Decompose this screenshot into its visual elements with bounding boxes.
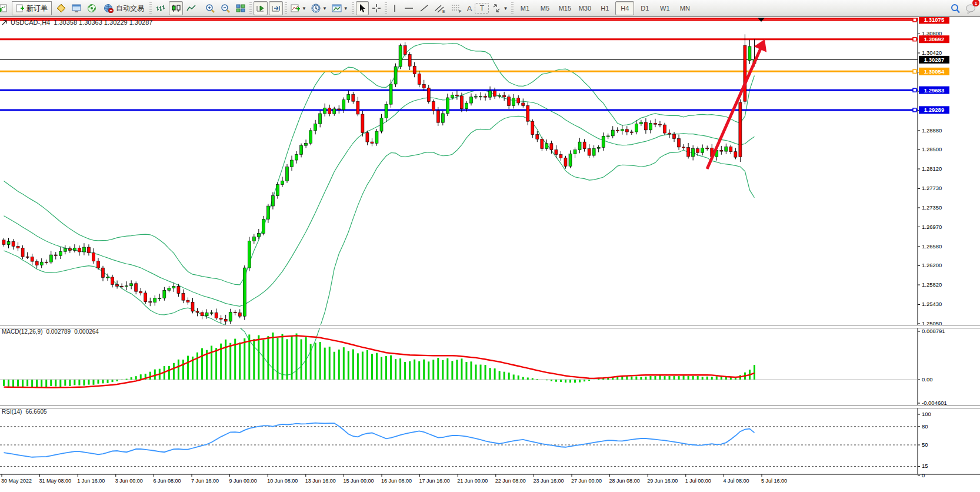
market-watch-icon[interactable] [54,1,68,15]
chart-title: USDCAD-,H4 1.30358 1.30363 1.30229 1.302… [2,19,152,26]
navigator-icon[interactable] [85,1,99,15]
template-icon [332,4,342,13]
chevron-down-icon: ▼ [302,6,306,11]
panel-splitter-macd[interactable] [0,325,980,328]
svg-text:1.29683: 1.29683 [924,87,944,94]
toolbar-grip [385,2,387,14]
svg-text:0.00: 0.00 [922,376,933,383]
svg-text:1.30287: 1.30287 [924,56,944,63]
equidistant-channel-tool-icon[interactable]: E [432,1,448,15]
bar-chart-mode-icon[interactable] [154,1,168,15]
toolbar-grip [249,2,252,14]
data-window-icon[interactable] [69,1,84,15]
svg-text:1.30420: 1.30420 [922,49,942,56]
rsi-value: 66.6605 [25,408,46,415]
svg-text:F: F [459,9,461,14]
macd-main-value: 0.002789 [46,328,71,335]
templates-menu-button[interactable]: ▼ [330,1,350,15]
svg-text:30 May 2022: 30 May 2022 [1,478,32,484]
timeframe-h1[interactable]: H1 [595,1,614,15]
svg-text:80: 80 [922,423,928,430]
periods-menu-button[interactable]: ▼ [309,1,329,15]
text-tool-icon[interactable]: A [465,1,474,15]
notifications-button[interactable]: 1 [964,1,978,15]
zoom-out-icon[interactable] [218,1,232,15]
timeframe-m1[interactable]: M1 [515,1,534,15]
svg-text:21 Jun 00:00: 21 Jun 00:00 [457,478,488,484]
timeframe-w1[interactable]: W1 [655,1,674,15]
text-tool-glyph: A [467,4,472,13]
svg-text:1.26580: 1.26580 [922,243,942,250]
tile-windows-icon[interactable] [234,1,248,15]
svg-text:1.26970: 1.26970 [922,224,942,230]
svg-text:0: 0 [922,472,925,478]
chart-shift-icon[interactable] [269,1,283,15]
svg-text:1 Jul 00:00: 1 Jul 00:00 [685,478,711,484]
timeframe-mn[interactable]: MN [675,1,694,15]
fibonacci-tool-icon[interactable]: F [449,1,464,15]
vertical-line-tool-icon[interactable] [389,1,401,15]
svg-text:0.008791: 0.008791 [922,328,945,334]
svg-text:15: 15 [922,463,928,469]
svg-text:13 Jun 16:00: 13 Jun 16:00 [305,478,336,484]
indicators-menu-button[interactable]: ▼ [289,1,308,15]
new-order-button[interactable]: 新订单 [12,1,52,15]
timeframe-m5[interactable]: M5 [535,1,554,15]
svg-text:1.25820: 1.25820 [922,281,942,288]
crosshair-tool-icon[interactable] [370,1,383,15]
svg-text:22 Jun 08:00: 22 Jun 08:00 [495,478,526,484]
cursor-tool-icon[interactable] [356,1,369,15]
chevron-down-icon: ▼ [503,6,508,11]
symbol-title: USDCAD-,H4 [11,19,50,26]
svg-text:5 Jul 16:00: 5 Jul 16:00 [761,478,787,484]
toolbar-grip [352,2,354,14]
arrows-icon [492,4,502,13]
timeframe-d1[interactable]: D1 [635,1,654,15]
arrows-tool-button[interactable]: ▼ [490,1,509,15]
chevron-down-icon: ▼ [344,6,348,11]
timeframe-m15[interactable]: M15 [555,1,574,15]
new-chart-icon[interactable] [0,1,9,15]
line-chart-mode-icon[interactable] [184,1,198,15]
new-order-icon [16,4,24,12]
macd-indicator-label: MACD(12,26,9)0.0027890.000264 [2,328,99,335]
svg-text:1.27730: 1.27730 [922,185,942,191]
svg-text:29 Jun 16:00: 29 Jun 16:00 [647,478,678,484]
macd-name: MACD(12,26,9) [2,328,42,335]
chart-canvas[interactable]: 1.308001.304201.300401.296601.292801.288… [0,0,980,492]
zoom-in-icon[interactable] [203,1,217,15]
svg-text:1.27350: 1.27350 [922,204,942,211]
new-order-label: 新订单 [26,4,48,14]
symbol-cursor-icon [2,20,7,25]
ohlc-values: 1.30358 1.30363 1.30229 1.30287 [54,19,152,26]
timeframe-h4[interactable]: H4 [615,1,634,15]
rsi-name: RSI(14) [2,408,22,415]
autotrade-button[interactable]: 自动交易 [100,1,148,15]
chevron-down-icon: ▼ [322,6,327,11]
svg-text:1.26200: 1.26200 [922,262,942,268]
svg-text:23 Jun 16:00: 23 Jun 16:00 [533,478,564,484]
toolbar-grip [511,2,514,14]
auto-scroll-icon[interactable] [254,1,268,15]
timeframe-group: M1M5M15M30H1H4D1W1MN [515,1,695,15]
svg-text:4 Jul 08:00: 4 Jul 08:00 [723,478,749,484]
svg-text:1.28880: 1.28880 [922,127,942,134]
candlestick-mode-icon[interactable] [169,1,183,15]
svg-text:1.25430: 1.25430 [922,301,942,307]
autotrade-icon [104,4,114,13]
timeframe-m30[interactable]: M30 [575,1,594,15]
svg-text:9 Jun 00:00: 9 Jun 00:00 [229,478,257,484]
label-tool-glyph: T [480,4,484,12]
svg-text:1.30054: 1.30054 [924,68,945,75]
trendline-tool-icon[interactable] [417,1,431,15]
text-label-tool-icon[interactable]: T [475,3,489,14]
svg-text:100: 100 [922,411,931,417]
svg-text:6 Jun 08:00: 6 Jun 08:00 [153,478,181,484]
svg-text:17 Jun 16:00: 17 Jun 16:00 [419,478,450,484]
horizontal-line-tool-icon[interactable] [402,1,416,15]
svg-text:15 Jun 00:00: 15 Jun 00:00 [343,478,374,484]
panel-splitter-rsi[interactable] [0,405,980,408]
main-toolbar: 新订单 自动交易 ▼ ▼ [0,0,980,17]
clock-icon [311,4,321,14]
search-button[interactable] [948,1,962,15]
